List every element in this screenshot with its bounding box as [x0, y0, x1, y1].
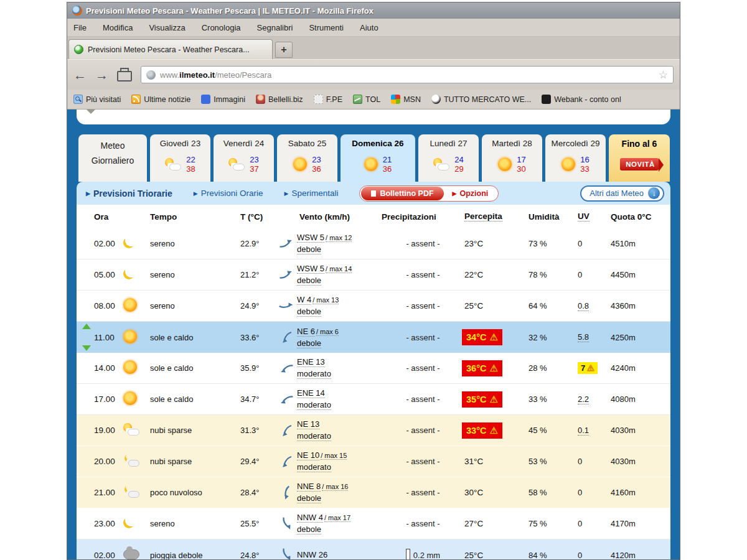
firefox-icon — [72, 6, 82, 16]
weather-icon — [123, 549, 139, 559]
link-previsioni-triorarie[interactable]: ▶Previsioni Triorarie — [86, 189, 172, 198]
print-button[interactable] — [117, 71, 132, 82]
wind-cell: NNW 4/ max 17 debole — [276, 513, 382, 534]
humidity-cell: 75 % — [529, 519, 578, 528]
bookmark-item[interactable]: MSN — [391, 95, 421, 104]
bookmark-item[interactable]: Bellelli.biz — [256, 95, 303, 104]
uv-badge[interactable]: 0⚠ — [578, 551, 582, 560]
perceived-temp-cell: 33°C⚠ — [464, 422, 529, 439]
current-hour-steppers[interactable] — [82, 322, 91, 353]
browser-tab[interactable]: Previsioni Meteo Pescara - Weather Pesca… — [68, 39, 273, 59]
menu-item[interactable]: Visualizza — [149, 23, 185, 32]
bookmark-item[interactable]: TOL — [353, 95, 380, 104]
temperature-cell: 33.6° — [240, 333, 276, 342]
weather-icon — [123, 391, 137, 405]
bookmark-item[interactable]: Webank - conto onl — [542, 95, 621, 104]
wind-cell: ENE 13 moderato — [276, 357, 382, 379]
new-tab-button[interactable]: + — [275, 42, 293, 58]
bookmark-star-icon[interactable]: ☆ — [659, 68, 668, 82]
bookmark-item[interactable]: F.PE — [314, 95, 342, 104]
temp-max: 37 — [250, 164, 258, 174]
step-up-icon[interactable] — [82, 324, 91, 329]
freezing-altitude-cell: 4170m — [611, 519, 670, 528]
wind-cell: NNW 26 — [276, 547, 382, 559]
wind-direction-arrow-icon — [276, 547, 297, 559]
day-tab[interactable]: Sabato 25 23 36 — [277, 134, 337, 182]
menu-bar: FileModificaVisualizzaCronologiaSegnalib… — [67, 19, 680, 37]
rain-gauge-icon — [406, 549, 410, 559]
forecast-table-row: 21.00 poco nuvoloso 28.4° NNE 8/ max 16 … — [77, 477, 670, 508]
bookmark-item[interactable]: Ultime notizie — [131, 95, 190, 104]
wind-text[interactable]: ENE 14 moderato — [297, 388, 331, 410]
uv-badge[interactable]: 0⚠ — [578, 239, 582, 248]
wind-direction-arrow-icon — [276, 329, 297, 345]
day-tab[interactable]: Venerdì 24 23 37 — [214, 134, 274, 182]
bookmark-favicon — [391, 95, 400, 104]
uv-badge[interactable]: 0⚠ — [578, 488, 582, 497]
menu-item[interactable]: Cronologia — [202, 23, 241, 32]
uv-badge[interactable]: 5.8⚠ — [578, 332, 589, 342]
weather-description-cell: sole e caldo — [150, 363, 240, 373]
uv-badge[interactable]: 0.1⚠ — [578, 426, 589, 436]
precipitation-value: - assent - — [406, 426, 439, 435]
wind-text[interactable]: NE 10/ max 15 moderato — [297, 450, 347, 472]
header-percepita[interactable]: Percepita — [464, 212, 502, 222]
temp-min: 23 — [312, 155, 321, 164]
day-tab[interactable]: Martedì 28 17 30 — [482, 134, 542, 182]
temperature-cell: 34.7° — [240, 394, 276, 404]
wind-text[interactable]: NE 13 moderato — [297, 419, 331, 441]
uv-badge[interactable]: 0⚠ — [578, 457, 582, 466]
menu-item[interactable]: Strumenti — [309, 23, 344, 32]
link-sperimentali[interactable]: ▶Sperimentali — [284, 189, 338, 198]
uv-badge[interactable]: 0.8⚠ — [578, 301, 589, 311]
wind-text[interactable]: W 4/ max 13 debole — [297, 295, 339, 317]
bookmark-item[interactable]: TUTTO MERCATO WE... — [431, 95, 531, 104]
wind-text[interactable]: WSW 5/ max 12 debole — [297, 233, 352, 254]
altri-dati-meteo-button[interactable]: Altri dati Meteo ↓ — [580, 185, 664, 202]
back-button[interactable]: ← — [73, 68, 87, 82]
day-tab[interactable]: Mercoledì 29 16 33 — [545, 134, 606, 182]
header-umidita: Umidità — [529, 212, 560, 222]
freezing-altitude-cell: 4030m — [611, 426, 670, 435]
perceived-temp-badge: 35°C⚠ — [462, 391, 502, 408]
sub-navigation: ▶Previsioni Triorarie ▶Previsioni Orarie… — [77, 182, 670, 205]
hour-cell: 14.00 — [94, 363, 123, 373]
perceived-temp-cell: 25°C⚠ — [464, 551, 529, 560]
perceived-temp-badge: 25°C⚠ — [464, 551, 483, 560]
menu-item[interactable]: Aiuto — [360, 23, 378, 32]
wind-text[interactable]: NE 6/ max 6 debole — [297, 327, 339, 348]
menu-item[interactable]: Modifica — [103, 23, 133, 32]
url-bar[interactable]: www.ilmeteo.it/meteo/Pescara ☆ — [141, 66, 674, 83]
day-tab[interactable]: Domenica 26 21 36 — [341, 134, 415, 182]
header-vento: Vento (km/h) — [276, 212, 350, 222]
wind-text[interactable]: NNW 26 — [297, 550, 329, 559]
bollettino-pdf-button[interactable]: Bollettino PDF — [361, 187, 443, 200]
wind-text[interactable]: NNW 4/ max 17 debole — [297, 513, 350, 534]
uv-badge[interactable]: 7⚠ — [578, 362, 598, 374]
day-tab[interactable]: Giovedì 23 22 38 — [150, 134, 210, 182]
wind-text[interactable]: NNE 8/ max 16 debole — [297, 482, 348, 503]
temperature-cell: 24.9° — [240, 301, 276, 310]
bookmark-item[interactable]: Immagini — [201, 95, 245, 104]
step-down-icon[interactable] — [82, 345, 91, 351]
freezing-altitude-cell: 4080m — [611, 394, 670, 404]
menu-item[interactable]: File — [73, 23, 87, 32]
uv-badge[interactable]: 2.2⚠ — [578, 394, 589, 404]
opzioni-button[interactable]: ▶Opzioni — [444, 189, 497, 198]
wind-text[interactable]: WSW 5/ max 14 debole — [297, 264, 352, 286]
link-previsioni-orarie[interactable]: ▶Previsioni Orarie — [194, 189, 263, 198]
menu-item[interactable]: Segnalibri — [257, 23, 293, 32]
weather-description-cell: sereno — [150, 239, 240, 248]
weather-icon — [123, 485, 139, 498]
day-tab[interactable]: Lunedì 27 24 29 — [418, 134, 479, 182]
precipitation-cell: - assent - — [382, 426, 464, 435]
wind-text[interactable]: ENE 13 moderato — [297, 357, 331, 379]
bookmark-item[interactable]: Più visitati — [73, 95, 121, 104]
weather-icon — [123, 423, 139, 436]
forward-button[interactable]: → — [95, 68, 108, 82]
header-uv[interactable]: UV — [578, 212, 590, 222]
day-tab-fino-al-6[interactable]: Fino al 6 NOVITÀ — [609, 134, 670, 182]
uv-badge[interactable]: 0⚠ — [578, 519, 582, 528]
uv-badge[interactable]: 0⚠ — [578, 270, 582, 279]
day-tab-meteo-giornaliero[interactable]: Meteo Giornaliero — [78, 134, 147, 182]
